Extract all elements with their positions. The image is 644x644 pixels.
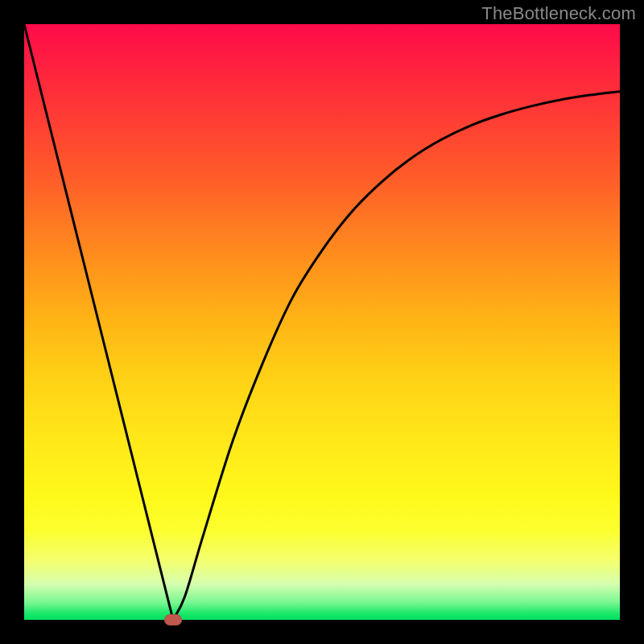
bottleneck-curve xyxy=(24,24,620,620)
curve-path xyxy=(24,24,620,620)
chart-frame: TheBottleneck.com xyxy=(0,0,644,644)
watermark-text: TheBottleneck.com xyxy=(481,3,636,24)
plot-area xyxy=(24,24,620,620)
optimum-marker xyxy=(164,614,182,625)
